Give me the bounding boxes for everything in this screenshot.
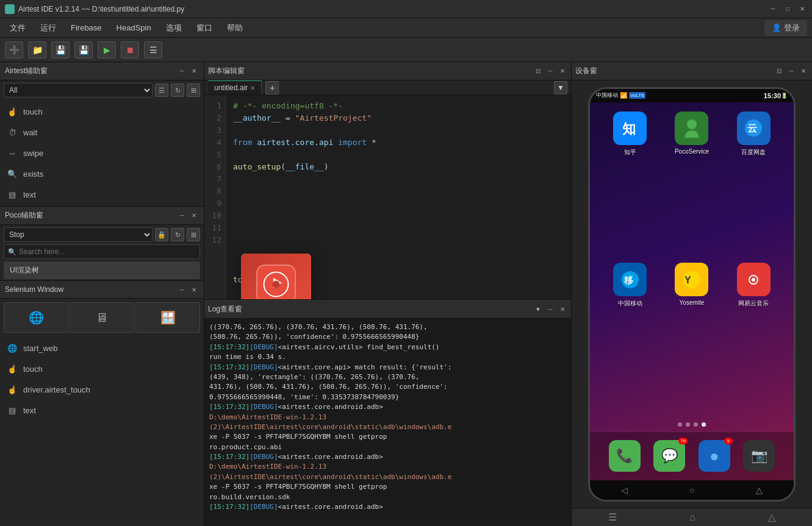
window-controls: ─ □ ✕ [768, 4, 807, 14]
poco-minimize-btn[interactable]: ─ [177, 211, 187, 221]
editor-minimize-btn[interactable]: ─ [545, 66, 555, 76]
device-close-btn[interactable]: ✕ [799, 66, 808, 76]
menu-button[interactable]: ☰ [144, 41, 162, 59]
func-sel-touch[interactable]: ☝ touch [0, 358, 204, 379]
poco-panel-header: Poco辅助窗 ─ ✕ [0, 207, 204, 225]
poco-search-row[interactable]: 🔍 [4, 244, 200, 259]
filter-icon-btn-2[interactable]: ↻ [171, 84, 184, 97]
title-bar: Airtest IDE v1.2.14 ~~ D:\test\untitled.… [0, 0, 812, 18]
poco-search-input[interactable] [19, 247, 196, 256]
line-numbers: 12345 678910 1112 [204, 95, 226, 299]
poco-panel: Poco辅助窗 ─ ✕ Stop 🔒 ↻ ⊞ 🔍 UI渲染树 [0, 207, 204, 281]
func-sel-text[interactable]: ▤ text [0, 400, 204, 421]
func-driver-touch[interactable]: ☝ driver.airtest_touch [0, 379, 204, 400]
menu-window[interactable]: 窗口 [189, 20, 220, 36]
poco-icon [675, 112, 708, 145]
func-sel-touch-label: touch [23, 364, 43, 374]
poco-settings-btn[interactable]: ⊞ [187, 228, 200, 241]
nav-back-btn[interactable]: ◁ [621, 485, 628, 495]
maximize-button[interactable]: □ [783, 4, 792, 14]
poco-select[interactable]: Stop [4, 227, 153, 242]
log-close-btn[interactable]: ✕ [558, 305, 567, 315]
func-touch[interactable]: ☝ touch [0, 101, 204, 122]
dock-phone[interactable]: 📞 [609, 440, 641, 472]
close-button[interactable]: ✕ [797, 4, 807, 14]
app-netease[interactable]: 网易云音乐 [726, 263, 781, 408]
filter-icon-btn-3[interactable]: ⊞ [187, 84, 200, 97]
selenium-panel-header: Selenium Window ─ ✕ [0, 281, 204, 299]
func-start-web[interactable]: 🌐 start_web [0, 338, 204, 358]
save-button[interactable]: 💾 [51, 41, 70, 59]
filter-icon-btn-1[interactable]: ☰ [155, 84, 168, 97]
app-zhihu[interactable]: 知 知乎 [602, 112, 658, 257]
log-line-4: run time is 0.34 s. [209, 352, 566, 361]
app-yosemite[interactable]: Y Yosemite [664, 263, 719, 408]
device-popout-btn[interactable]: ⊡ [774, 66, 784, 76]
app-poco[interactable]: PocoService [664, 112, 719, 257]
app-cmcc[interactable]: 移 中国移动 [602, 263, 658, 408]
run-button[interactable]: ▶ [98, 41, 116, 59]
func-text[interactable]: ▤ text [0, 184, 204, 205]
baidu-label: 百度网盘 [741, 148, 766, 157]
dock-app3[interactable]: ● 9 [699, 440, 730, 472]
selenium-minimize-btn[interactable]: ─ [177, 285, 187, 294]
func-sel-text-label: text [23, 406, 36, 415]
device-bottom-nav3[interactable]: △ [756, 509, 788, 525]
login-button[interactable]: 👤 登录 [764, 20, 807, 36]
device-bottom-nav1[interactable]: ☰ [596, 509, 629, 525]
tab-untitled[interactable]: untitled.air ✕ [208, 80, 262, 94]
tab-bar: untitled.air ✕ + ▼ [204, 80, 571, 95]
log-content[interactable]: ((370.76, 265.76), (370.76, 431.76), (50… [204, 319, 571, 526]
menu-run[interactable]: 运行 [33, 20, 63, 36]
tab-menu-button[interactable]: ▼ [554, 81, 567, 94]
dock-camera[interactable]: 📷 [743, 440, 775, 472]
tab-close-btn[interactable]: ✕ [250, 85, 255, 91]
open-button[interactable]: 📁 [28, 41, 46, 59]
editor-close-btn[interactable]: ✕ [558, 66, 567, 76]
phone-screen[interactable]: 知 知乎 PocoService [590, 102, 794, 480]
nav-recent-btn[interactable]: △ [756, 485, 763, 495]
code-line-8 [233, 185, 564, 197]
app-popup: 网易云音乐 [241, 254, 311, 299]
nav-home-btn[interactable]: ○ [689, 485, 694, 495]
log-minimize-btn[interactable]: ─ [545, 305, 555, 315]
add-tab-button[interactable]: + [265, 81, 279, 94]
minimize-button[interactable]: ─ [768, 4, 778, 14]
save-as-button[interactable]: 💾 [74, 41, 93, 59]
code-line-5 [233, 149, 564, 161]
cmcc-label: 中国移动 [618, 299, 642, 308]
log-filter-btn[interactable]: ▼ [533, 305, 543, 315]
ui-tree-item[interactable]: UI渲染树 [4, 261, 200, 279]
poco-close-btn[interactable]: ✕ [189, 211, 199, 221]
func-driver-touch-label: driver.airtest_touch [23, 385, 90, 394]
menu-options[interactable]: 选项 [159, 20, 189, 36]
code-area[interactable]: 12345 678910 1112 # -*- encoding=utf8 -*… [204, 95, 571, 299]
app-baidu[interactable]: 云 百度网盘 [726, 112, 781, 257]
menu-headspin[interactable]: HeadSpin [109, 21, 159, 35]
dock-messages[interactable]: 💬 76 [653, 440, 685, 472]
poco-refresh-btn[interactable]: ↻ [171, 228, 184, 241]
device-minimize-btn[interactable]: ─ [786, 66, 796, 76]
stop-button[interactable]: ⏹ [121, 41, 139, 59]
airtest-close-btn[interactable]: ✕ [189, 66, 199, 76]
func-wait[interactable]: ⏱ wait [0, 122, 204, 143]
new-button[interactable]: ➕ [5, 41, 23, 59]
poco-lock-btn[interactable]: 🔒 [155, 228, 168, 241]
selenium-close-btn[interactable]: ✕ [189, 285, 199, 294]
menu-help[interactable]: 帮助 [220, 20, 250, 36]
func-exists[interactable]: 🔍 exists [0, 163, 204, 184]
device-bottom-nav2[interactable]: ⌂ [677, 510, 708, 525]
menu-file[interactable]: 文件 [2, 20, 33, 36]
filter-select[interactable]: All [4, 83, 153, 98]
baidu-icon: 云 [737, 112, 771, 145]
func-swipe[interactable]: ↔ swipe [0, 143, 204, 163]
menu-firebase[interactable]: Firebase [63, 21, 109, 35]
airtest-minimize-btn[interactable]: ─ [177, 66, 187, 76]
selenium-icons: 🌐 🖥 🪟 [0, 299, 204, 336]
zhihu-icon: 知 [613, 112, 647, 145]
editor-popout-btn[interactable]: ⊡ [533, 66, 543, 76]
text-icon: ▤ [6, 188, 18, 201]
phone-dock: 📞 💬 76 ● 9 📷 [590, 432, 794, 480]
func-exists-label: exists [23, 169, 43, 179]
page-dot-4 [702, 422, 706, 427]
